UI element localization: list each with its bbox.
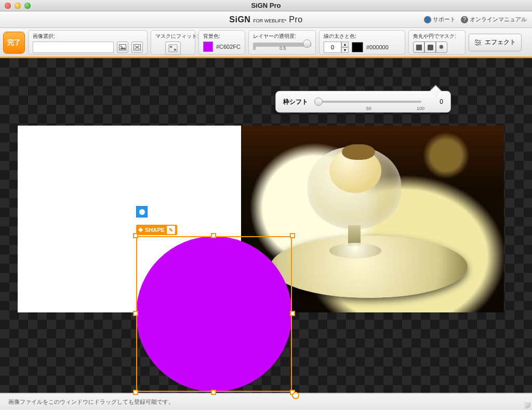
image-x-icon — [134, 44, 141, 50]
canvas[interactable]: 枠シフト 0 50 100 — [0, 58, 532, 393]
group-fit-mask: マスクにフィット: — [151, 30, 195, 54]
group-opacity: レイヤーの透明度: 0 0.5 — [248, 30, 316, 54]
image-select-input[interactable] — [33, 42, 114, 53]
effect-label: エフェクト — [485, 38, 516, 47]
mask-circle-button[interactable] — [136, 206, 148, 217]
handle-w[interactable] — [133, 311, 138, 316]
svg-point-5 — [478, 42, 480, 43]
mask-burst-button[interactable]: ✸ — [436, 42, 447, 53]
line-width-up[interactable]: ▲ — [341, 42, 349, 47]
manual-link[interactable]: ? オンラインマニュアル — [461, 16, 527, 23]
mask-label: 角丸や円でマスク: — [413, 33, 461, 40]
edit-icon[interactable]: ✎ — [167, 226, 175, 234]
status-bar: 画像ファイルをこのウィンドウにドラッグしても登録可能です。 — [0, 393, 532, 410]
support-link[interactable]: 👤 サポート — [424, 16, 456, 23]
fit-mask-button[interactable] — [165, 42, 181, 55]
svg-rect-3 — [169, 45, 177, 52]
handle-ne[interactable] — [290, 233, 295, 238]
handle-nw[interactable] — [133, 233, 138, 238]
line-label: 線の太さと色: — [324, 33, 401, 40]
brand-name: SiGN — [229, 15, 250, 24]
frame-shift-label: 枠シフト — [283, 98, 308, 106]
support-label: サポート — [433, 16, 456, 23]
line-width-stepper: ▲ ▼ — [324, 42, 349, 53]
app-brand: SiGN FOR WEBLiFE* Pro — [229, 15, 302, 24]
selection-label[interactable]: ✥ SHAPE ✎ — [136, 225, 177, 235]
handle-s[interactable] — [211, 390, 216, 395]
brand-bar: SiGN FOR WEBLiFE* Pro 👤 サポート ? オンラインマニュア… — [0, 11, 532, 28]
header-links: 👤 サポート ? オンラインマニュアル — [424, 16, 527, 23]
mask-rounded-button[interactable] — [424, 42, 436, 53]
shift-tick-min — [320, 106, 321, 111]
toolbar: 完了 画像選択: マスクにフィット: 背景色: #C602FC レイヤーの透明度 — [0, 28, 532, 58]
selection-label-text: SHAPE — [145, 227, 165, 233]
manual-label: オンラインマニュアル — [470, 16, 527, 23]
image-icon — [119, 44, 126, 50]
group-image-select: 画像選択: — [28, 30, 148, 54]
expand-icon — [168, 44, 178, 52]
image-select-label: 画像選択: — [33, 33, 143, 40]
photo-cup — [297, 146, 411, 271]
line-width-input[interactable] — [324, 42, 341, 53]
brand-suffix: Pro — [289, 15, 302, 24]
handle-e[interactable] — [290, 311, 295, 316]
circle-icon — [139, 209, 145, 215]
handle-sw[interactable] — [133, 390, 138, 395]
frame-shift-popover: 枠シフト 0 50 100 — [275, 91, 451, 113]
svg-point-4 — [475, 39, 477, 41]
resize-grip[interactable] — [524, 402, 530, 408]
bg-color-swatch[interactable] — [203, 42, 213, 52]
opacity-thumb[interactable] — [303, 39, 311, 48]
selection-border — [136, 236, 292, 392]
opacity-label: レイヤーの透明度: — [253, 33, 311, 40]
burst-icon: ✸ — [438, 44, 445, 50]
shift-tick-max: 100 — [417, 106, 424, 111]
mask-square-button[interactable] — [413, 42, 424, 53]
svg-point-1 — [121, 46, 122, 47]
square-icon — [416, 45, 422, 50]
brand-sub: FOR WEBLiFE* — [253, 18, 286, 23]
bg-label: 背景色: — [203, 33, 241, 40]
bg-color-hex: #C602FC — [216, 44, 241, 50]
line-width-down[interactable]: ▼ — [341, 47, 349, 53]
clear-image-button[interactable] — [131, 42, 143, 53]
rotate-handle[interactable] — [292, 392, 299, 399]
move-icon: ✥ — [138, 227, 143, 234]
fit-label: マスクにフィット: — [155, 33, 191, 40]
group-bg-color: 背景色: #C602FC — [198, 30, 245, 54]
svg-point-6 — [476, 44, 478, 45]
user-icon: 👤 — [424, 16, 431, 23]
frame-shift-thumb[interactable] — [314, 98, 323, 106]
window-title: SiGN Pro — [0, 2, 532, 9]
titlebar: SiGN Pro — [0, 0, 532, 11]
shift-tick-mid: 50 — [366, 106, 371, 111]
rounded-icon — [428, 45, 433, 50]
group-mask-shape: 角丸や円でマスク: ✸ — [408, 30, 466, 54]
status-hint: 画像ファイルをこのウィンドウにドラッグしても登録可能です。 — [8, 398, 174, 406]
done-button[interactable]: 完了 — [3, 32, 25, 53]
shape-selection[interactable]: ✥ SHAPE ✎ — [136, 236, 292, 392]
opacity-slider[interactable] — [253, 43, 311, 47]
frame-shift-value: 0 — [428, 98, 443, 105]
group-line: 線の太さと色: ▲ ▼ #000000 — [319, 30, 405, 54]
line-color-hex: #000000 — [366, 44, 389, 50]
help-icon: ? — [461, 16, 468, 23]
effect-button[interactable]: エフェクト — [469, 34, 522, 51]
line-color-swatch[interactable] — [352, 42, 363, 52]
handle-n[interactable] — [211, 233, 216, 238]
sliders-icon — [474, 39, 482, 46]
browse-image-button[interactable] — [117, 42, 128, 53]
frame-shift-slider[interactable] — [314, 101, 421, 103]
mask-shape-options: ✸ — [413, 42, 447, 53]
